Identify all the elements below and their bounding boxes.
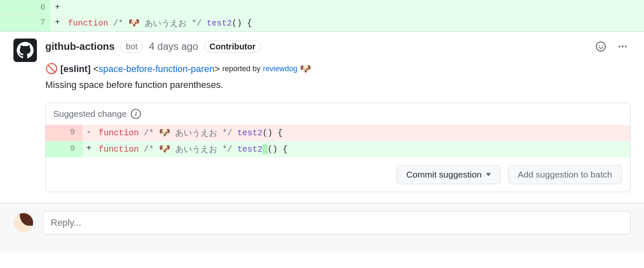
add-reaction-button[interactable] (593, 39, 609, 54)
reply-bar (0, 203, 644, 251)
comment-menu-button[interactable] (615, 39, 631, 54)
reported-by-label: reported by (222, 63, 260, 75)
bot-badge: bot (120, 41, 143, 53)
svg-point-4 (622, 46, 623, 47)
comment-token: あいうえお (170, 127, 222, 139)
dog-icon: 🐶 (128, 18, 140, 29)
file-diff: . 6 + . 7 + function /* 🐶 あいうえお */ test2… (0, 0, 644, 31)
function-name-token: test2 (207, 18, 232, 28)
diff-sign: + (50, 0, 65, 15)
code-content: function /* 🐶 あいうえお */ test2 () { (65, 15, 252, 31)
new-line-number: 7 (25, 15, 50, 31)
inserted-space (262, 144, 267, 154)
svg-point-5 (625, 46, 626, 47)
svg-point-1 (599, 45, 600, 46)
diff-sign: - (83, 125, 95, 141)
diff-sign: + (50, 15, 65, 31)
function-name-token: test2 (237, 144, 262, 154)
svg-point-2 (602, 45, 602, 46)
info-icon[interactable]: i (131, 109, 141, 119)
code-token: () { (232, 18, 252, 28)
comment-token: /* (139, 128, 159, 138)
dog-icon: 🐶 (159, 144, 170, 155)
diff-addition-line: 9 + function /* 🐶 あいうえお */ test2 () { (46, 141, 630, 157)
svg-point-3 (618, 46, 620, 47)
linter-tag: [eslint] (60, 62, 91, 76)
github-icon (17, 42, 34, 59)
reporter-link[interactable]: reviewdog (263, 63, 297, 75)
code-content: function /* 🐶 あいうえお */ test2 () { (95, 141, 288, 157)
comment-token: */ (222, 128, 237, 138)
comment-header: github-actions bot 4 days ago Contributo… (45, 39, 631, 54)
commit-suggestion-button[interactable]: Commit suggestion (397, 165, 501, 184)
code-token: () { (267, 144, 288, 154)
line-number: 9 (46, 125, 83, 141)
diff-line: . 7 + function /* 🐶 あいうえお */ test2 () { (0, 15, 644, 31)
comment-token: あいうえお (170, 144, 222, 155)
suggested-change-header: Suggested change i (46, 103, 630, 125)
current-user-avatar[interactable] (13, 213, 34, 233)
code-content (65, 0, 68, 15)
code-token: () { (262, 128, 283, 138)
dog-icon: 🐶 (159, 127, 170, 139)
comment-token: */ (222, 144, 237, 154)
dog-icon: 🐶 (300, 62, 311, 76)
comment-token: /* (139, 144, 159, 154)
reply-input[interactable] (43, 211, 631, 234)
keyword-token: function (99, 128, 139, 138)
lint-rule-link[interactable]: space-before-function-paren (99, 64, 214, 74)
diff-deletion-line: 9 - function /* 🐶 あいうえお */ test2 () { (46, 125, 630, 141)
line-number: 9 (46, 141, 83, 157)
comment-token: /* (108, 18, 128, 28)
add-suggestion-to-batch-button[interactable]: Add suggestion to batch (508, 165, 622, 184)
chevron-down-icon (486, 173, 491, 176)
comment-timestamp[interactable]: 4 days ago (149, 41, 198, 52)
author-avatar[interactable] (13, 39, 37, 62)
lint-message: Missing space before function parenthese… (45, 78, 631, 92)
comment-token: あいうえお (140, 18, 192, 29)
contributor-badge: Contributor (204, 41, 261, 53)
comment-text: 🚫 [eslint] <space-before-function-paren>… (45, 61, 631, 92)
keyword-token: function (68, 18, 108, 28)
code-content: function /* 🐶 あいうえお */ test2 () { (95, 125, 283, 141)
button-label: Commit suggestion (406, 170, 482, 180)
suggestion-actions: Commit suggestion Add suggestion to batc… (46, 157, 630, 192)
no-entry-icon: 🚫 (45, 61, 58, 76)
smiley-icon (595, 41, 606, 52)
suggested-change: Suggested change i 9 - function /* 🐶 あいう… (45, 103, 631, 192)
kebab-icon (617, 41, 628, 52)
suggested-change-label: Suggested change (53, 109, 127, 119)
button-label: Add suggestion to batch (518, 170, 612, 180)
keyword-token: function (99, 144, 139, 154)
svg-point-0 (596, 42, 605, 51)
old-line-number: . (0, 0, 25, 15)
diff-line: . 6 + (0, 0, 644, 15)
new-line-number: 6 (25, 0, 50, 15)
comment-token: */ (192, 18, 207, 28)
function-name-token: test2 (237, 128, 262, 138)
author-name[interactable]: github-actions (45, 41, 114, 52)
diff-sign: + (83, 141, 95, 157)
old-line-number: . (0, 15, 25, 31)
review-comment: github-actions bot 4 days ago Contributo… (0, 31, 644, 203)
